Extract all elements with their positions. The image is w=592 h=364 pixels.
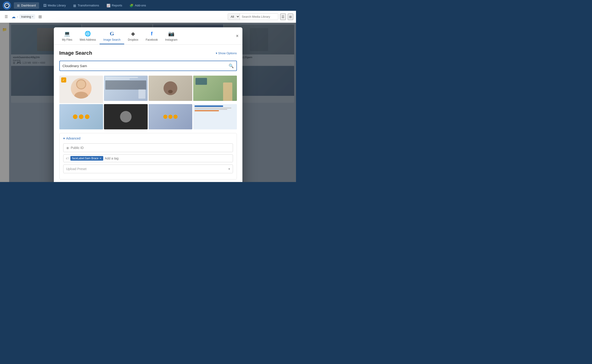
advanced-body: ◉ 🏷 faceLabel:Sam Brace ✕	[60, 143, 237, 179]
search-result-item[interactable]	[59, 104, 103, 129]
content-area: 📁 xsnrk3ueembvz4t9g1hh training 🖼 JPG 1.…	[0, 23, 296, 182]
upload-modal: 💻 My Files 🌐 Web Address G Image Search …	[54, 27, 242, 182]
selected-checkbox[interactable]: ✓	[61, 78, 66, 83]
svg-point-2	[74, 92, 88, 99]
nav-item-reports[interactable]: 📈 Reports	[103, 2, 126, 9]
media-library-icon: 🖼	[43, 4, 47, 7]
modal-title: Image Search	[59, 50, 92, 56]
laptop-icon: 💻	[64, 31, 70, 37]
menu-button[interactable]: ☰	[3, 13, 10, 20]
nav-item-addons[interactable]: 🧩 Add-ons	[126, 2, 149, 9]
modal-tabs: 💻 My Files 🌐 Web Address G Image Search …	[54, 27, 242, 45]
breadcrumb-separator: ›	[17, 15, 18, 18]
add-tag-input[interactable]	[105, 156, 230, 160]
new-folder-button[interactable]: ⊞	[38, 14, 42, 19]
tab-instagram[interactable]: 📷 Instagram	[161, 28, 181, 44]
tag-chip: faceLabel:Sam Brace ✕	[70, 156, 104, 161]
google-icon: G	[110, 31, 114, 37]
chevron-down-icon: ▾	[228, 167, 230, 171]
tab-my-files[interactable]: 💻 My Files	[58, 28, 76, 44]
transformations-icon: ▦	[73, 4, 76, 7]
modal-body: Image Search ▾ Show Options 🔍 ✓	[54, 45, 242, 182]
search-filter-select[interactable]: All	[228, 13, 240, 20]
modal-close-button[interactable]: ×	[236, 33, 239, 39]
chevron-down-icon: ▾	[63, 136, 65, 140]
svg-point-0	[5, 3, 9, 8]
tag-icon: 🏷	[66, 156, 69, 160]
public-id-input[interactable]	[71, 146, 230, 150]
top-navigation: ⊞ Dashboard 🖼 Media Library ▦ Transforma…	[0, 0, 296, 11]
fingerprint-icon: ◉	[66, 146, 69, 150]
reports-icon: 📈	[106, 4, 110, 7]
globe-icon: 🌐	[85, 31, 91, 37]
search-result-item[interactable]	[149, 76, 192, 101]
image-search-bar: 🔍	[59, 61, 237, 71]
dashboard-icon: ⊞	[17, 4, 20, 7]
facebook-icon: f	[151, 31, 153, 37]
advanced-section: ▾ Advanced ◉	[59, 133, 237, 180]
search-result-item[interactable]	[104, 76, 148, 101]
chevron-down-icon: ▾	[216, 52, 217, 55]
toolbar: ☰ ☁ › training ▾ ⊞ All ☰ ⊞	[0, 11, 296, 23]
tab-image-search[interactable]: G Image Search	[100, 27, 124, 44]
search-icon[interactable]: 🔍	[229, 63, 234, 68]
addons-icon: 🧩	[129, 4, 133, 7]
search-result-item[interactable]	[149, 104, 192, 129]
search-results-grid: ✓	[59, 76, 237, 129]
show-options-button[interactable]: ▾ Show Options	[216, 52, 237, 55]
folder-breadcrumb[interactable]: training ▾	[19, 14, 35, 19]
upload-preset-field: Upload Preset ▾	[63, 164, 233, 173]
upload-preset-select[interactable]: Upload Preset ▾	[63, 164, 233, 173]
media-search-input[interactable]	[240, 14, 278, 20]
modal-header: Image Search ▾ Show Options	[59, 50, 237, 56]
grid-view-button[interactable]: ⊞	[288, 13, 293, 20]
tab-web-address[interactable]: 🌐 Web Address	[76, 28, 100, 44]
nav-item-transformations[interactable]: ▦ Transformations	[70, 2, 102, 9]
search-result-item[interactable]	[193, 76, 237, 101]
search-result-item[interactable]	[104, 104, 148, 129]
tags-input-wrapper[interactable]: 🏷 faceLabel:Sam Brace ✕	[63, 154, 233, 162]
svg-point-3	[77, 80, 85, 89]
public-id-field: ◉	[63, 143, 233, 152]
chevron-down-icon: ▾	[32, 15, 33, 18]
search-result-item[interactable]: ✓	[59, 76, 103, 103]
logo[interactable]	[3, 1, 11, 10]
advanced-header[interactable]: ▾ Advanced	[60, 133, 237, 143]
image-search-input[interactable]	[63, 61, 229, 71]
logo-icon	[4, 3, 9, 8]
modal-overlay: 💻 My Files 🌐 Web Address G Image Search …	[0, 23, 296, 182]
nav-item-dashboard[interactable]: ⊞ Dashboard	[14, 2, 39, 9]
tab-facebook[interactable]: f Facebook	[142, 28, 161, 44]
tags-field: 🏷 faceLabel:Sam Brace ✕	[63, 154, 233, 162]
cloud-icon: ☁	[12, 14, 16, 19]
media-search-wrapper: All	[228, 13, 278, 20]
view-toggle-button[interactable]: ☰	[280, 13, 286, 20]
nav-item-media-library[interactable]: 🖼 Media Library	[40, 2, 69, 9]
tab-dropbox[interactable]: ◆ Dropbox	[124, 28, 142, 44]
dropbox-icon: ◆	[131, 31, 135, 37]
breadcrumb: ☁ › training ▾ ⊞	[12, 14, 42, 19]
public-id-input-wrapper[interactable]: ◉	[63, 143, 233, 152]
search-result-item[interactable]	[193, 104, 237, 129]
instagram-icon: 📷	[168, 31, 174, 37]
remove-tag-button[interactable]: ✕	[99, 157, 101, 160]
